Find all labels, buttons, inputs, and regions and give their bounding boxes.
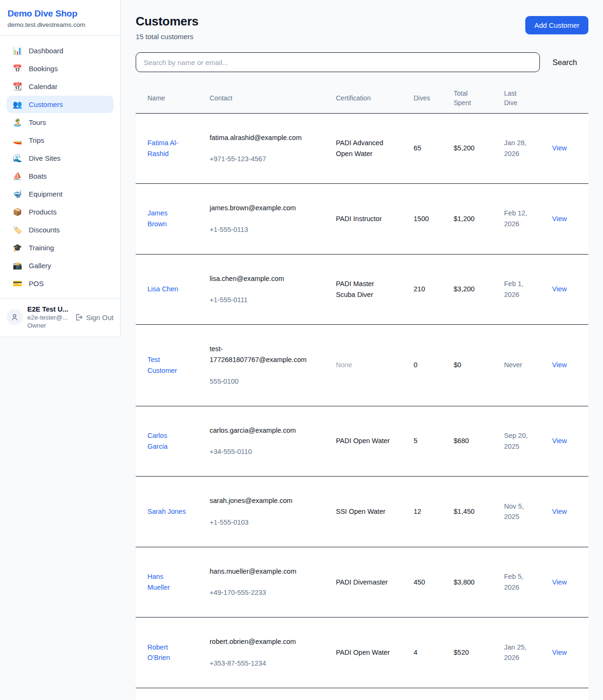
customer-dives: 1500 — [408, 184, 448, 255]
customer-phone: +49-170-555-2233 — [210, 587, 325, 598]
view-customer-link[interactable]: View — [552, 215, 567, 222]
user-name: E2E Test U... — [27, 305, 68, 313]
customer-last-dive: Feb 12, 2026 — [498, 184, 546, 255]
table-row: Robert O'Brien robert.obrien@example.com… — [136, 618, 588, 688]
search-input[interactable] — [136, 52, 540, 72]
graduation-cap-icon: 🎓 — [12, 244, 23, 252]
customer-phone: +34-555-0110 — [210, 446, 325, 457]
table-header-row: NameContactCertificationDivesTotal Spent… — [136, 83, 588, 113]
sidebar-item-training[interactable]: 🎓 Training — [7, 239, 114, 256]
view-customer-link[interactable]: View — [552, 437, 567, 445]
customer-email: hans.mueller@example.com — [210, 566, 325, 577]
customer-dives: 5 — [408, 406, 448, 477]
customer-phone: 555-0100 — [210, 376, 325, 387]
customer-email: james.brown@example.com — [210, 203, 325, 214]
customer-last-dive: Feb 8, 2026 — [498, 688, 546, 700]
camera-icon: 📸 — [12, 262, 23, 270]
shop-domain: demo.test.divestreams.com — [8, 21, 113, 28]
customer-last-dive: Jan 25, 2026 — [498, 618, 546, 688]
sidebar-item-customers[interactable]: 👥 Customers — [7, 96, 114, 113]
avatar — [7, 309, 23, 325]
sidebar-item-equipment[interactable]: 🤿 Equipment — [7, 185, 114, 203]
customer-name-link[interactable]: Lisa Chen — [147, 285, 178, 293]
table-row: Carlos Garcia carlos.garcia@example.com … — [136, 406, 588, 477]
customer-dives: 450 — [408, 547, 448, 618]
view-customer-link[interactable]: View — [552, 144, 567, 152]
sidebar-nav: 📊 Dashboard 📅 Bookings 📆 Calendar 👥 Cust… — [0, 36, 120, 298]
view-customer-link[interactable]: View — [552, 508, 567, 515]
customers-table-card: NameContactCertificationDivesTotal Spent… — [136, 83, 588, 700]
customer-total-spent: $3,800 — [448, 547, 498, 618]
column-header: Dives — [408, 83, 448, 113]
sign-out-icon — [74, 313, 83, 321]
search-bar: Search — [136, 52, 588, 72]
customer-name-link[interactable]: Robert O'Brien — [147, 643, 170, 662]
table-row: Fatima Al- Rashid fatima.alrashid@exampl… — [136, 113, 588, 184]
customer-total-spent: $3,200 — [448, 254, 498, 325]
customer-dives: 12 — [408, 477, 448, 547]
customer-last-dive: Nov 5, 2025 — [498, 477, 546, 547]
customer-email: lisa.chen@example.com — [210, 273, 325, 284]
user-meta: E2E Test U... e2e-tester@... Owner — [27, 305, 68, 329]
bar-chart-icon: 📊 — [12, 47, 23, 55]
tear-off-calendar-icon: 📆 — [12, 83, 23, 91]
view-customer-link[interactable]: View — [552, 285, 567, 293]
customer-dives: 210 — [408, 254, 448, 325]
wave-icon: 🌊 — [12, 155, 23, 162]
sidebar: Demo Dive Shop demo.test.divestreams.com… — [0, 0, 121, 337]
column-header: Total Spent — [448, 83, 498, 113]
customer-last-dive: Feb 5, 2026 — [498, 547, 546, 618]
sidebar-item-gallery[interactable]: 📸 Gallery — [7, 257, 114, 274]
customer-name-link[interactable]: Hans Mueller — [147, 573, 170, 591]
table-row: Test Customer test- 1772681807767@exampl… — [136, 325, 588, 406]
customer-dives: 320 — [408, 688, 448, 700]
app-root: Demo Dive Shop demo.test.divestreams.com… — [0, 0, 603, 700]
customer-phone: +353-87-555-1234 — [210, 658, 325, 669]
page-title: Customers — [136, 14, 198, 29]
view-customer-link[interactable]: View — [552, 649, 567, 656]
user-panel: E2E Test U... e2e-tester@... Owner Sign … — [0, 298, 120, 337]
sidebar-item-products[interactable]: 📦 Products — [7, 203, 114, 221]
view-customer-link[interactable]: View — [552, 578, 567, 586]
customer-last-dive: Sep 20, 2025 — [498, 406, 546, 477]
customer-email: fatima.alrashid@example.com — [210, 132, 325, 143]
customer-dives: 0 — [408, 325, 448, 406]
table-row: Lisa Chen lisa.chen@example.com +1-555-0… — [136, 254, 588, 325]
column-header: Certification — [330, 83, 408, 113]
customer-certification: PADI Divemaster — [330, 688, 408, 700]
sidebar-item-dive-sites[interactable]: 🌊 Dive Sites — [7, 149, 114, 167]
sidebar-item-tours[interactable]: 🏝️ Tours — [7, 114, 114, 131]
view-customer-link[interactable]: View — [552, 361, 567, 369]
customer-email: test- 1772681807767@example.com — [210, 344, 325, 365]
customer-name-link[interactable]: James Brown — [147, 209, 168, 228]
main-content: Customers 15 total customers Add Custome… — [121, 0, 603, 700]
sidebar-item-boats[interactable]: ⛵ Boats — [7, 167, 114, 185]
sign-out-button[interactable]: Sign Out — [74, 313, 114, 321]
customer-name-link[interactable]: Fatima Al- Rashid — [147, 139, 178, 157]
credit-card-icon: 💳 — [12, 280, 23, 288]
sidebar-item-bookings[interactable]: 📅 Bookings — [7, 60, 114, 77]
customer-name-link[interactable]: Carlos Garcia — [147, 432, 168, 450]
customer-total-spent: $1,450 — [448, 477, 498, 547]
sailboat-icon: ⛵ — [12, 173, 23, 180]
customer-name-link[interactable]: Test Customer — [147, 356, 177, 374]
customer-certification: PADI Master Scuba Diver — [330, 254, 408, 325]
customer-certification: None — [330, 325, 408, 406]
add-customer-button[interactable]: Add Customer — [525, 16, 588, 34]
sidebar-item-discounts[interactable]: 🏷️ Discounts — [7, 221, 114, 239]
customer-certification: PADI Instructor — [330, 184, 408, 255]
sidebar-item-calendar[interactable]: 📆 Calendar — [7, 78, 114, 95]
search-button[interactable]: Search — [540, 58, 588, 67]
customer-name-link[interactable]: Sarah Jones — [147, 508, 186, 515]
speedboat-icon: 🚤 — [12, 137, 23, 144]
column-header: Contact — [204, 83, 330, 113]
sidebar-item-dashboard[interactable]: 📊 Dashboard — [7, 42, 114, 59]
sidebar-item-trips[interactable]: 🚤 Trips — [7, 132, 114, 149]
calendar-date-icon: 📅 — [12, 65, 23, 73]
page-header: Customers 15 total customers Add Custome… — [136, 14, 588, 41]
customer-last-dive: Never — [498, 325, 546, 406]
customer-dives: 4 — [408, 618, 448, 688]
column-header — [546, 83, 588, 113]
customer-phone: +1-555-0103 — [210, 517, 325, 528]
sidebar-item-pos[interactable]: 💳 POS — [7, 275, 114, 292]
